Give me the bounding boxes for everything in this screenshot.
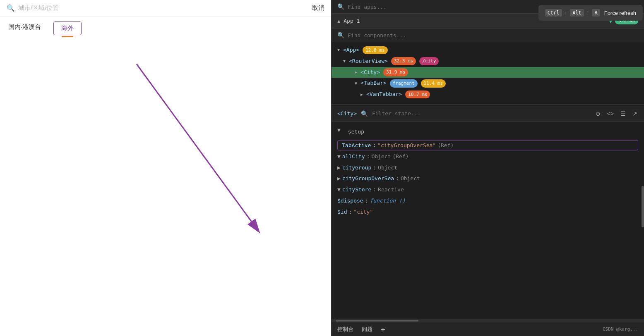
- force-refresh-tooltip: Ctrl + Alt + R Force refresh: [538, 5, 643, 21]
- search-bar: 🔍 城市/区域/位置 取消: [0, 0, 331, 17]
- fragment-badge: fragment: [390, 79, 418, 88]
- state-panel: <City> 🔍 ⊙ <> ☰ ↗ ▼ setup TabActive :: [332, 106, 644, 336]
- app1-collapse-icon[interactable]: ▲: [337, 18, 340, 24]
- csdn-label: CSDN @karg...: [603, 326, 638, 332]
- bottom-tabs: 控制台 问题 + CSDN @karg...: [332, 322, 644, 336]
- bottom-tabs-left: 控制台 问题 +: [337, 325, 385, 334]
- routerview-tag: <RouterView>: [349, 57, 388, 66]
- r-key: R: [592, 9, 600, 17]
- find-components-bar: 🔍: [332, 29, 644, 42]
- city-group-type: Object: [378, 164, 397, 172]
- all-city-ref: (Ref): [392, 153, 409, 161]
- panel-divider: [332, 104, 644, 105]
- city-group-arrow: ▶: [337, 164, 341, 172]
- vantabbar-time-badge: 10.7 ms: [405, 91, 430, 99]
- setup-label: setup: [342, 126, 370, 138]
- app-component-row[interactable]: ▼ <App> 12.8 ms: [332, 45, 644, 56]
- city-tag-component: <City>: [360, 68, 380, 77]
- tabbar-tag: <TabBar>: [360, 79, 387, 88]
- city-component-row[interactable]: ▶ <City> 31.9 ms: [332, 67, 644, 78]
- dispose-row: $dispose : function (): [332, 195, 644, 207]
- state-list-action[interactable]: ☰: [620, 110, 627, 118]
- tab-active-sep: :: [372, 142, 376, 148]
- search-input-area[interactable]: 🔍 城市/区域/位置: [7, 4, 308, 12]
- id-value: "city": [353, 208, 373, 217]
- vantabbar-tag: <VanTabbar>: [366, 90, 402, 99]
- city-group-row[interactable]: ▶ cityGroup : Object: [332, 162, 644, 174]
- id-row: $id : "city": [332, 207, 644, 218]
- dispose-type: function (): [370, 197, 405, 205]
- state-filter-icon: 🔍: [361, 110, 368, 117]
- search-placeholder-text: 城市/区域/位置: [18, 4, 59, 12]
- city-group-oversea-type: Object: [401, 174, 420, 183]
- city-expand-icon: ▶: [355, 69, 357, 76]
- dispose-label: $dispose: [337, 197, 363, 205]
- state-scroll-action[interactable]: ⊙: [595, 110, 601, 118]
- vertical-scrollbar[interactable]: [642, 186, 644, 227]
- setup-section-row: ▼ setup: [332, 125, 644, 139]
- component-tree: ▼ <App> 12.8 ms ▼ <RouterView> 32.3 ms /…: [332, 42, 644, 102]
- scrollbar-thumb[interactable]: [336, 320, 418, 322]
- find-components-search-icon: 🔍: [337, 32, 344, 38]
- tab-active-value: "cityGroupOverSea": [377, 142, 436, 148]
- overseas-tab[interactable]: 海外: [53, 21, 82, 35]
- all-city-type: Object: [371, 153, 391, 161]
- all-city-row[interactable]: ▼ allCity : Object (Ref): [332, 151, 644, 162]
- alt-key: Alt: [570, 9, 584, 17]
- app1-label: App 1: [344, 18, 360, 24]
- setup-arrow: ▼: [337, 126, 341, 135]
- city-tabs: 国内·港澳台 海外: [0, 17, 331, 40]
- domestic-tab[interactable]: 国内·港澳台: [8, 23, 41, 33]
- routerview-time-badge: 32.3 ms: [391, 57, 416, 65]
- app-tag: <App>: [343, 46, 359, 55]
- find-apps-search-icon: 🔍: [337, 3, 344, 10]
- svg-line-1: [137, 64, 259, 231]
- tabbar-component-row[interactable]: ▼ <TabBar> fragment 11.4 ms: [332, 78, 644, 89]
- city-store-type: Reactive: [378, 186, 404, 194]
- tab-active-row: TabActive : "cityGroupOverSea" (Ref): [337, 140, 638, 150]
- force-refresh-label: Force refresh: [604, 10, 636, 16]
- state-header: <City> 🔍 ⊙ <> ☰ ↗: [332, 106, 644, 122]
- city-store-label: cityStore: [342, 186, 371, 194]
- app-time-badge: 12.8 ms: [363, 46, 387, 55]
- state-code-action[interactable]: <>: [606, 110, 615, 118]
- ctrl-key: Ctrl: [545, 9, 562, 17]
- issues-tab[interactable]: 问题: [362, 326, 372, 333]
- city-group-oversea-arrow: ▶: [337, 174, 341, 183]
- search-icon: 🔍: [7, 4, 15, 12]
- vantabbar-component-row[interactable]: ▶ <VanTabbar> 10.7 ms: [332, 89, 644, 100]
- tabbar-time-badge: 11.4 ms: [421, 79, 446, 88]
- annotation-arrow: [0, 0, 331, 336]
- horizontal-scrollbar[interactable]: [332, 319, 644, 322]
- city-group-label: cityGroup: [342, 164, 371, 172]
- state-external-action[interactable]: ↗: [632, 110, 638, 118]
- console-tab[interactable]: 控制台: [337, 326, 353, 333]
- right-panel: Ctrl + Alt + R Force refresh 🔍 ▲ App 1 ▼…: [331, 0, 644, 336]
- tabbar-collapse-icon: ▼: [355, 80, 357, 87]
- find-components-input[interactable]: [348, 32, 638, 38]
- vantabbar-expand-icon: ▶: [360, 91, 363, 98]
- state-content: ▼ setup TabActive : "cityGroupOverSea" (…: [332, 122, 644, 319]
- route-badge: /city: [419, 57, 439, 65]
- left-panel: 🔍 城市/区域/位置 取消 国内·港澳台 海外: [0, 0, 331, 336]
- state-city-tag: <City>: [337, 110, 357, 117]
- routerview-collapse-icon: ▼: [343, 58, 346, 64]
- city-group-oversea-row[interactable]: ▶ cityGroupOverSea : Object: [332, 173, 644, 184]
- city-time-badge: 31.9 ms: [383, 68, 408, 76]
- city-store-row[interactable]: ▼ cityStore : Reactive: [332, 184, 644, 195]
- routerview-component-row[interactable]: ▼ <RouterView> 32.3 ms /city: [332, 56, 644, 67]
- all-city-arrow: ▼: [337, 153, 341, 161]
- tab-active-label: TabActive: [342, 142, 371, 148]
- id-label: $id: [337, 208, 347, 217]
- all-city-label: allCity: [342, 153, 365, 161]
- state-actions: ⊙ <> ☰ ↗: [595, 110, 638, 118]
- cancel-button[interactable]: 取消: [312, 4, 324, 12]
- state-filter-input[interactable]: [372, 110, 442, 117]
- tab-active-ref: (Ref): [437, 142, 454, 148]
- city-store-arrow: ▼: [337, 186, 341, 194]
- app1-label-area: ▲ App 1: [337, 18, 360, 24]
- app-collapse-icon: ▼: [337, 47, 340, 53]
- state-header-left: <City> 🔍: [337, 110, 442, 117]
- add-tab-button[interactable]: +: [381, 325, 385, 334]
- city-group-oversea-label: cityGroupOverSea: [342, 174, 394, 183]
